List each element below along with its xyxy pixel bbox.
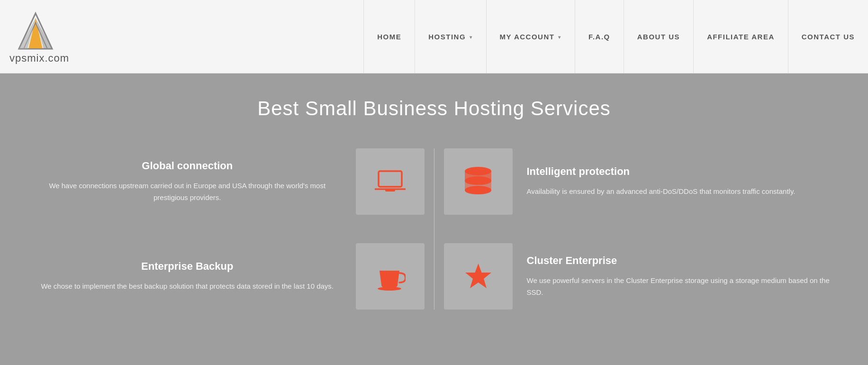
cluster-enterprise-desc: We use powerful servers in the Cluster E… [527,274,835,299]
hero-title: Best Small Business Hosting Services [28,97,840,120]
cluster-enterprise-title: Cluster Enterprise [527,255,835,267]
global-connection-text: Global connection We have connections up… [28,155,356,209]
main-nav: HOME HOSTING ▾ MY ACCOUNT ▾ F.A.Q ABOUT … [363,0,868,73]
intelligent-protection-desc: Availability is ensured by an advanced a… [527,185,835,198]
intelligent-protection-text: Intelligent protection Availability is e… [513,161,840,202]
nav-home[interactable]: HOME [363,0,415,73]
intelligent-protection-title: Intelligent protection [527,165,835,178]
cluster-enterprise-text: Cluster Enterprise We use powerful serve… [513,250,840,303]
svg-point-12 [465,186,491,194]
feature-intelligent-protection: Intelligent protection Availability is e… [444,148,840,215]
enterprise-backup-icon-box [356,243,425,310]
feature-global-connection: Global connection We have connections up… [28,148,425,215]
svg-rect-6 [381,174,399,184]
enterprise-backup-title: Enterprise Backup [33,260,342,273]
svg-rect-5 [379,171,402,187]
nav-faq[interactable]: F.A.Q [575,0,624,73]
header: vpsmix.com HOME HOSTING ▾ MY ACCOUNT ▾ F… [0,0,868,73]
chevron-down-icon: ▾ [470,35,473,40]
global-connection-desc: We have connections upstream carried out… [33,180,342,204]
features-right: Intelligent protection Availability is e… [444,148,840,310]
coffee-icon [375,261,406,292]
cluster-enterprise-icon-box [444,243,513,310]
features-left: Global connection We have connections up… [28,148,425,310]
svg-marker-13 [465,264,491,288]
logo-text: vpsmix.com [9,52,69,64]
feature-cluster-enterprise: Cluster Enterprise We use powerful serve… [444,243,840,310]
nav-about-us[interactable]: ABOUT US [624,0,693,73]
feature-enterprise-backup: Enterprise Backup We chose to implement … [28,243,425,310]
intelligent-protection-icon-box [444,148,513,215]
nav-my-account[interactable]: MY ACCOUNT ▾ [486,0,575,73]
svg-rect-8 [385,189,395,192]
chevron-down-icon: ▾ [558,35,561,40]
nav-affiliate-area[interactable]: AFFILIATE AREA [693,0,788,73]
laptop-icon [375,169,406,195]
star-icon [463,261,494,292]
nav-hosting[interactable]: HOSTING ▾ [415,0,486,73]
global-connection-icon-box [356,148,425,215]
logo-area: vpsmix.com [9,9,123,64]
nav-contact-us[interactable]: CONTACT US [788,0,868,73]
enterprise-backup-text: Enterprise Backup We chose to implement … [28,256,356,297]
global-connection-title: Global connection [33,160,342,172]
logo-icon [9,9,62,51]
database-icon [464,166,492,197]
features-container: Global connection We have connections up… [28,148,840,310]
section-divider [434,148,434,310]
enterprise-backup-desc: We chose to implement the best backup so… [33,280,342,292]
svg-point-9 [378,287,401,291]
hero-section: Best Small Business Hosting Services Glo… [0,73,868,365]
